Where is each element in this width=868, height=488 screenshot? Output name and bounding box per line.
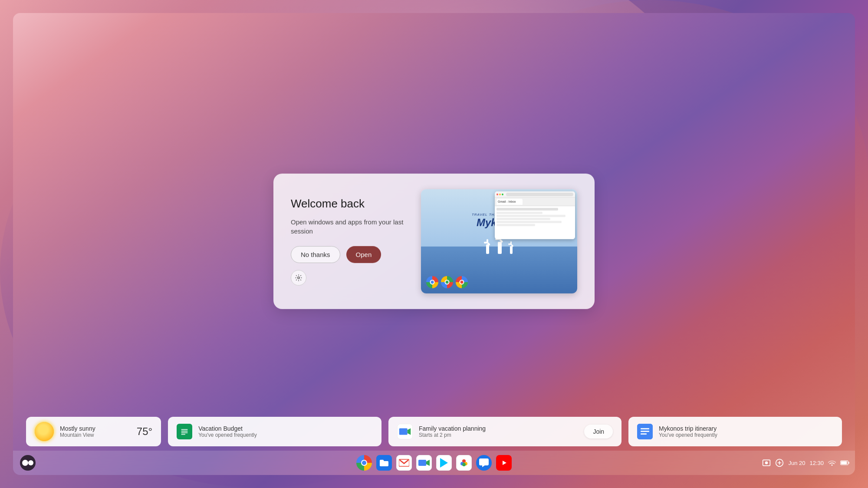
welcome-dialog: Welcome back Open windows and apps from … xyxy=(273,174,595,309)
meet-icon-card xyxy=(397,424,413,439)
browser-tabs: Gmail - Inbox xyxy=(495,198,575,206)
wifi-icon xyxy=(828,460,836,466)
preview-container: Travel The World Blog Mykonos Gmail - In… xyxy=(421,189,577,293)
shelf: Jun 20 12:30 xyxy=(13,451,855,475)
mykonos-itinerary-subtitle: You've opened frequently xyxy=(659,432,833,438)
svg-rect-27 xyxy=(848,462,849,464)
meet-icon xyxy=(416,455,432,471)
youtube-app[interactable] xyxy=(496,455,512,471)
chrome-app[interactable] xyxy=(356,455,372,471)
browser-tab: Gmail - Inbox xyxy=(496,198,523,204)
chrome-icon-1 xyxy=(426,276,438,288)
chrome-icon-3 xyxy=(456,276,468,288)
svg-rect-12 xyxy=(641,433,647,435)
battery-icon xyxy=(840,460,850,466)
chrome-icon xyxy=(356,455,372,471)
email-line xyxy=(496,218,550,220)
gmail-app[interactable] xyxy=(396,455,412,471)
join-button[interactable]: Join xyxy=(584,425,613,439)
family-planning-subtitle: Starts at 2 pm xyxy=(419,432,578,438)
dialog-left: Welcome back Open windows and apps from … xyxy=(291,197,408,286)
svg-point-23 xyxy=(765,462,768,465)
dialog-description: Open windows and apps from your last ses… xyxy=(291,218,408,236)
svg-rect-26 xyxy=(841,461,847,464)
email-line xyxy=(496,224,535,226)
browser-minimize-dot xyxy=(499,193,501,195)
svg-point-0 xyxy=(298,277,300,279)
browser-maximize-dot xyxy=(502,193,503,195)
add-icon[interactable] xyxy=(775,458,784,467)
browser-url-bar xyxy=(506,192,573,196)
browser-email-content xyxy=(495,206,575,239)
screen: Welcome back Open windows and apps from … xyxy=(13,13,855,475)
mykonos-itinerary-card[interactable]: Mykonos trip itinerary You've opened fre… xyxy=(628,417,842,446)
youtube-icon xyxy=(496,455,512,471)
launcher-icon xyxy=(22,460,28,466)
mykonos-itinerary-title: Mykonos trip itinerary xyxy=(659,425,833,432)
weather-condition: Mostly sunny xyxy=(60,425,131,432)
svg-rect-11 xyxy=(641,431,649,432)
sheets-icon xyxy=(177,424,192,439)
date-display: Jun 20 xyxy=(788,460,805,466)
chrome-icon-2 xyxy=(441,276,453,288)
email-line xyxy=(496,208,558,211)
svg-rect-4 xyxy=(181,432,188,433)
dialog-buttons: No thanks Open xyxy=(291,246,408,263)
open-button[interactable]: Open xyxy=(346,246,381,263)
gmail-icon xyxy=(396,455,412,471)
travel-preview: Travel The World Blog Mykonos Gmail - In… xyxy=(421,189,577,293)
svg-marker-15 xyxy=(426,460,430,466)
svg-rect-10 xyxy=(641,428,649,429)
docs-icon xyxy=(637,424,653,439)
weather-temperature: 75° xyxy=(137,425,152,438)
files-app[interactable] xyxy=(376,455,392,471)
svg-rect-14 xyxy=(418,460,426,466)
vacation-budget-title: Vacation Budget xyxy=(198,425,373,432)
svg-rect-7 xyxy=(399,428,408,435)
screenshot-icon[interactable] xyxy=(762,458,771,467)
photos-app[interactable] xyxy=(456,455,472,471)
mini-browser-bar xyxy=(495,191,575,198)
weather-icon xyxy=(35,422,54,441)
family-planning-text: Family vacation planning Starts at 2 pm xyxy=(419,425,578,438)
settings-button[interactable] xyxy=(291,270,306,286)
mykonos-itinerary-text: Mykonos trip itinerary You've opened fre… xyxy=(659,425,833,438)
email-line xyxy=(496,212,542,214)
weather-location: Mountain View xyxy=(60,432,131,438)
chat-app[interactable] xyxy=(476,455,492,471)
mini-browser: Gmail - Inbox xyxy=(495,191,575,239)
email-line xyxy=(496,215,566,217)
shelf-apps xyxy=(356,455,512,471)
browser-close-dot xyxy=(496,193,498,195)
chat-icon xyxy=(476,455,492,471)
meet-app[interactable] xyxy=(416,455,432,471)
dialog-title: Welcome back xyxy=(291,197,408,211)
launcher-button[interactable] xyxy=(20,455,36,471)
play-store-icon xyxy=(436,455,452,471)
vacation-budget-text: Vacation Budget You've opened frequently xyxy=(198,425,373,438)
system-tray: Jun 20 12:30 xyxy=(762,458,850,467)
no-thanks-button[interactable]: No thanks xyxy=(291,246,340,263)
play-store-app[interactable] xyxy=(436,455,452,471)
bottom-bar: Mostly sunny Mountain View 75° Vacation … xyxy=(26,417,842,446)
svg-rect-5 xyxy=(181,434,185,435)
family-planning-card[interactable]: Family vacation planning Starts at 2 pm … xyxy=(388,417,621,446)
email-line xyxy=(496,221,562,223)
weather-info: Mostly sunny Mountain View xyxy=(60,425,131,438)
vacation-budget-card[interactable]: Vacation Budget You've opened frequently xyxy=(168,417,381,446)
mini-browser-content: Gmail - Inbox xyxy=(495,198,575,239)
family-planning-title: Family vacation planning xyxy=(419,425,578,432)
svg-rect-3 xyxy=(181,431,188,432)
time-display: 12:30 xyxy=(809,460,824,466)
svg-point-19 xyxy=(462,463,466,466)
svg-rect-2 xyxy=(181,429,188,430)
files-icon xyxy=(376,455,392,471)
weather-card[interactable]: Mostly sunny Mountain View 75° xyxy=(26,417,161,446)
vacation-budget-subtitle: You've opened frequently xyxy=(198,432,373,438)
photos-icon xyxy=(456,455,472,471)
preview-chrome-tabs xyxy=(426,276,468,288)
